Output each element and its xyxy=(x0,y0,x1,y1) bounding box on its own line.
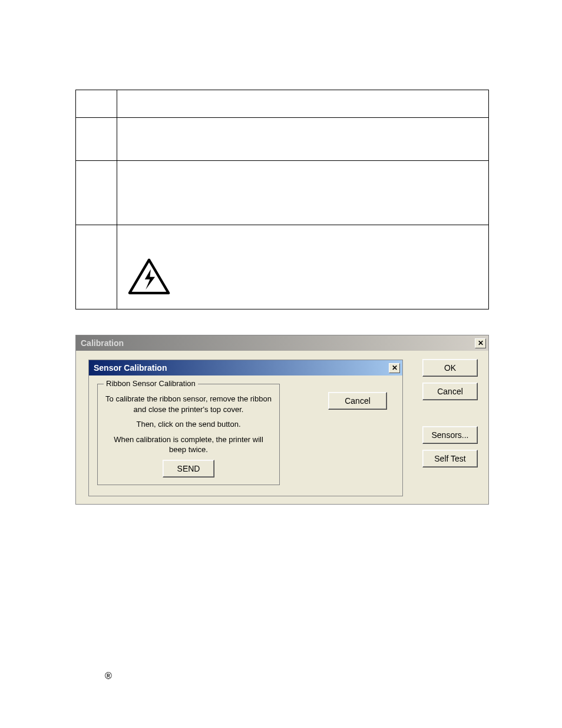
table-row xyxy=(76,90,489,118)
calibration-titlebar: Calibration ✕ xyxy=(76,335,488,351)
instruction-text-2: Then, click on the send button. xyxy=(105,419,272,430)
table-cell-step xyxy=(76,90,117,118)
procedure-table xyxy=(75,90,489,309)
table-cell-step xyxy=(76,161,117,225)
calibration-button-column: OK Cancel Sensors... Self Test xyxy=(422,359,478,467)
instruction-text-1: To calibrate the ribbon sensor, remove t… xyxy=(105,394,272,414)
ok-button[interactable]: OK xyxy=(422,359,478,377)
dialog-area: Calibration ✕ OK Cancel Sensors... Self … xyxy=(75,335,489,559)
cancel-button[interactable]: Cancel xyxy=(328,392,387,410)
calibration-title: Calibration xyxy=(81,338,124,348)
registered-trademark-symbol: ® xyxy=(105,671,112,681)
procedure-table-wrap xyxy=(75,90,489,309)
sensor-calibration-title: Sensor Calibration xyxy=(94,363,167,373)
sensors-button[interactable]: Sensors... xyxy=(422,426,478,444)
ribbon-sensor-group: Ribbon Sensor Calibration To calibrate t… xyxy=(97,384,280,485)
sensor-calibration-dialog: Sensor Calibration ✕ Ribbon Sensor Calib… xyxy=(88,360,403,496)
table-cell-step xyxy=(76,118,117,161)
table-row xyxy=(76,225,489,309)
table-cell-proc xyxy=(117,90,489,118)
send-button[interactable]: SEND xyxy=(163,460,214,477)
table-cell-proc xyxy=(117,225,489,309)
table-row xyxy=(76,161,489,225)
table-cell-proc xyxy=(117,118,489,161)
self-test-button[interactable]: Self Test xyxy=(422,450,478,467)
instruction-text-3: When calibration is complete, the printe… xyxy=(105,434,272,455)
sensor-calibration-titlebar: Sensor Calibration ✕ xyxy=(89,360,402,375)
close-icon[interactable]: ✕ xyxy=(389,363,400,373)
cancel-button[interactable]: Cancel xyxy=(422,383,478,400)
ribbon-sensor-group-label: Ribbon Sensor Calibration xyxy=(104,379,198,388)
table-cell-step xyxy=(76,225,117,309)
table-row xyxy=(76,118,489,161)
close-icon[interactable]: ✕ xyxy=(475,338,486,348)
table-cell-proc xyxy=(117,161,489,225)
electrical-warning-icon xyxy=(128,258,170,297)
